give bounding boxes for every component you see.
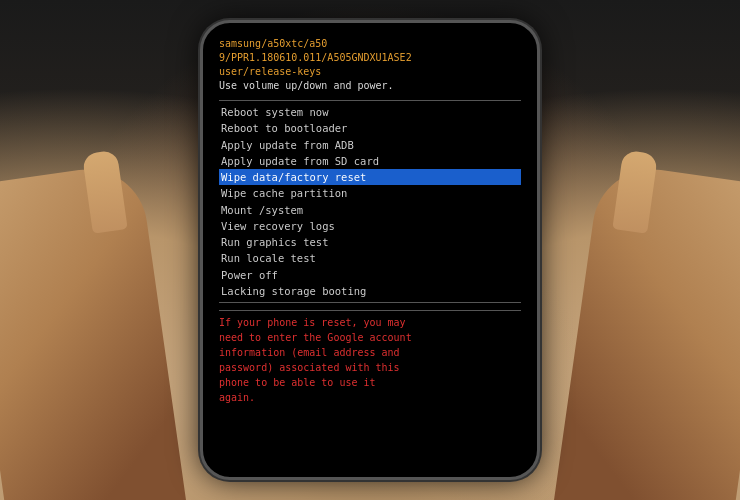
menu-item-reboot-system[interactable]: Reboot system now	[219, 104, 521, 120]
warning-line-1: If your phone is reset, you may	[219, 315, 521, 330]
warning-line-2: need to enter the Google account	[219, 330, 521, 345]
header-divider	[219, 100, 521, 101]
menu-item-graphics-test[interactable]: Run graphics test	[219, 234, 521, 250]
menu-item-lacking-storage[interactable]: Lacking storage booting	[219, 283, 521, 299]
menu-item-locale-test[interactable]: Run locale test	[219, 250, 521, 266]
menu-item-mount-system[interactable]: Mount /system	[219, 202, 521, 218]
warning-divider	[219, 302, 521, 303]
menu-item-apply-sd[interactable]: Apply update from SD card	[219, 153, 521, 169]
menu-item-wipe-factory[interactable]: Wipe data/factory reset	[219, 169, 521, 185]
header-line-3: user/release-keys	[219, 65, 521, 79]
menu-item-wipe-cache[interactable]: Wipe cache partition	[219, 185, 521, 201]
header-section: samsung/a50xtc/a50 9/PPR1.180610.011/A50…	[219, 37, 521, 93]
warning-line-5: phone to be able to use it	[219, 375, 521, 390]
phone-screen: samsung/a50xtc/a50 9/PPR1.180610.011/A50…	[211, 31, 529, 469]
header-line-1: samsung/a50xtc/a50	[219, 37, 521, 51]
phone: samsung/a50xtc/a50 9/PPR1.180610.011/A50…	[200, 20, 540, 480]
header-line-4: Use volume up/down and power.	[219, 79, 521, 93]
menu-section: Reboot system now Reboot to bootloader A…	[219, 104, 521, 299]
scene: samsung/a50xtc/a50 9/PPR1.180610.011/A50…	[0, 0, 740, 500]
header-line-2: 9/PPR1.180610.011/A505GNDXU1ASE2	[219, 51, 521, 65]
warning-line-4: password) associated with this	[219, 360, 521, 375]
warning-line-6: again.	[219, 390, 521, 405]
menu-item-power-off[interactable]: Power off	[219, 267, 521, 283]
menu-item-reboot-bootloader[interactable]: Reboot to bootloader	[219, 120, 521, 136]
menu-item-view-logs[interactable]: View recovery logs	[219, 218, 521, 234]
recovery-content: samsung/a50xtc/a50 9/PPR1.180610.011/A50…	[211, 31, 529, 469]
warning-section: If your phone is reset, you may need to …	[219, 310, 521, 405]
menu-item-apply-adb[interactable]: Apply update from ADB	[219, 137, 521, 153]
warning-line-3: information (email address and	[219, 345, 521, 360]
